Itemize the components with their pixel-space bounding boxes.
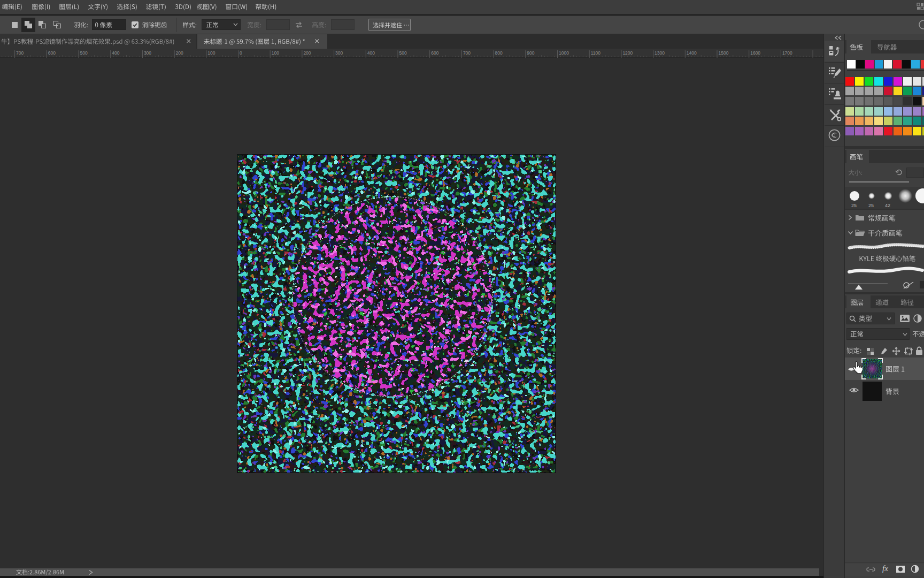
- svg-text:1200: 1200: [622, 50, 633, 56]
- svg-text:1400: 1400: [687, 50, 697, 56]
- svg-text:1100: 1100: [591, 50, 601, 56]
- svg-text:500: 500: [80, 50, 88, 56]
- svg-text:300: 300: [335, 50, 343, 56]
- svg-text:1000: 1000: [559, 50, 569, 56]
- svg-text:1500: 1500: [719, 50, 729, 56]
- svg-text:700: 700: [16, 50, 24, 56]
- svg-text:100: 100: [272, 50, 279, 56]
- svg-text:0: 0: [240, 50, 242, 56]
- svg-text:300: 300: [144, 50, 151, 56]
- svg-text:100: 100: [207, 50, 215, 56]
- svg-text:600: 600: [431, 50, 438, 56]
- svg-text:500: 500: [399, 50, 407, 56]
- svg-text:200: 200: [176, 50, 183, 56]
- svg-text:400: 400: [112, 50, 119, 56]
- svg-text:25: 25: [851, 203, 857, 208]
- svg-text:1700: 1700: [782, 50, 792, 56]
- svg-text:800: 800: [495, 50, 503, 56]
- svg-text:42: 42: [885, 203, 890, 208]
- svg-text:400: 400: [367, 50, 375, 56]
- svg-text:1300: 1300: [654, 50, 665, 56]
- svg-text:600: 600: [48, 50, 56, 56]
- svg-text:25: 25: [868, 203, 874, 208]
- svg-text:1600: 1600: [750, 50, 760, 56]
- svg-text:900: 900: [527, 50, 534, 56]
- svg-text:700: 700: [463, 50, 471, 56]
- svg-text:200: 200: [303, 50, 311, 56]
